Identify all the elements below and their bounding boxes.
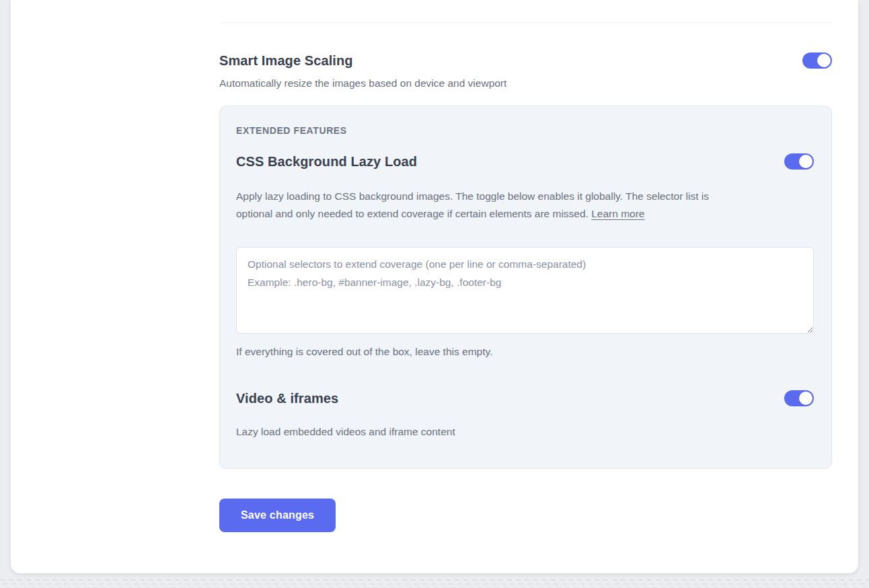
video-iframes-toggle[interactable] — [784, 390, 814, 406]
toggle-knob — [817, 54, 831, 67]
video-iframes-description: Lazy load embedded videos and iframe con… — [236, 426, 814, 438]
smart-image-scaling-title: Smart Image Scaling — [219, 53, 353, 69]
css-bg-lazy-load-title: CSS Background Lazy Load — [236, 154, 417, 170]
selectors-helper-text: If everything is covered out of the box,… — [236, 346, 814, 358]
css-bg-lazy-load-description: Apply lazy loading to CSS background ima… — [236, 188, 723, 223]
section-divider — [219, 22, 832, 23]
smart-image-scaling-toggle[interactable] — [802, 52, 832, 69]
page-bottom-dashed-texture — [0, 577, 869, 588]
save-changes-button[interactable]: Save changes — [219, 499, 336, 532]
css-bg-lazy-load-row: CSS Background Lazy Load — [236, 153, 814, 170]
extended-features-label: EXTENDED FEATURES — [236, 125, 814, 136]
extended-features-panel: EXTENDED FEATURES CSS Background Lazy Lo… — [219, 106, 832, 469]
toggle-knob — [799, 392, 813, 405]
smart-image-scaling-description: Automatically resize the images based on… — [219, 77, 832, 89]
learn-more-link[interactable]: Learn more — [591, 208, 644, 219]
settings-card: Smart Image Scaling Automatically resize… — [11, 0, 858, 573]
toggle-knob — [799, 155, 813, 168]
smart-image-scaling-row: Smart Image Scaling — [219, 52, 832, 69]
video-iframes-row: Video & iframes — [236, 390, 814, 406]
selectors-textarea[interactable] — [236, 247, 814, 334]
video-iframes-title: Video & iframes — [236, 391, 338, 406]
css-bg-lazy-load-toggle[interactable] — [784, 153, 814, 170]
